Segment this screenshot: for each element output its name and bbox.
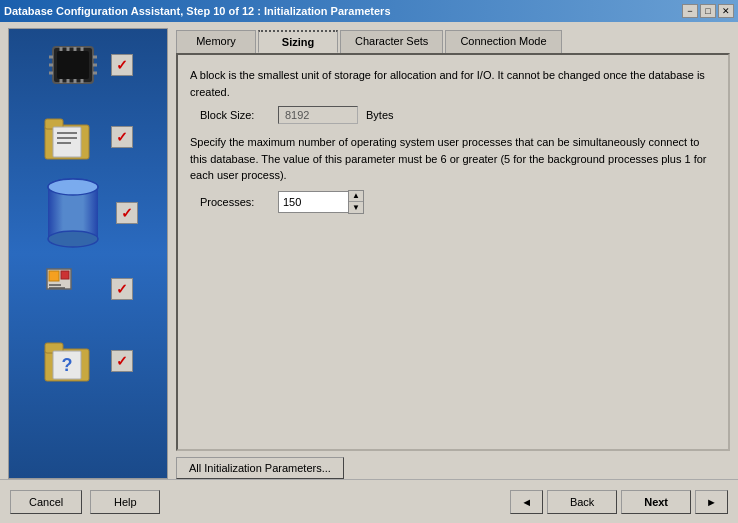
processes-label: Processes: (200, 196, 270, 208)
footer-left: Cancel Help (10, 490, 160, 514)
panels-row: ✓ ✓ (0, 22, 738, 479)
check-badge-1: ✓ (111, 54, 133, 76)
maximize-button[interactable]: □ (700, 4, 716, 18)
left-item-folder-docs: ✓ (19, 111, 157, 163)
svg-rect-28 (61, 271, 69, 279)
check-badge-5: ✓ (111, 350, 133, 372)
folder-question-icon: ? (43, 335, 103, 387)
minimize-button[interactable]: − (682, 4, 698, 18)
footer-right: ◄ Back Next ► (510, 490, 728, 514)
folder-docs-icon (43, 111, 103, 163)
processes-row: Processes: ▲ ▼ (190, 190, 716, 214)
left-item-database: ✓ (19, 173, 157, 253)
shapes-icon (43, 263, 103, 315)
tabs-container: Memory Sizing Character Sets Connection … (176, 28, 730, 53)
window-controls: − □ ✕ (682, 4, 734, 18)
back-button[interactable]: Back (547, 490, 617, 514)
svg-point-24 (48, 231, 98, 247)
database-icon (38, 173, 108, 253)
block-size-unit: Bytes (366, 109, 394, 121)
left-item-chip: ✓ (19, 39, 157, 91)
check-badge-2: ✓ (111, 126, 133, 148)
title-bar: Database Configuration Assistant, Step 1… (0, 0, 738, 22)
next-button[interactable]: Next (621, 490, 691, 514)
block-size-input[interactable] (278, 106, 358, 124)
tab-sizing[interactable]: Sizing (258, 30, 338, 53)
block-size-description: A block is the smallest unit of storage … (190, 67, 716, 100)
spinner-up-button[interactable]: ▲ (349, 191, 363, 202)
footer: Cancel Help ◄ Back Next ► (0, 479, 738, 523)
back-arrow-button[interactable]: ◄ (510, 490, 543, 514)
check-badge-4: ✓ (111, 278, 133, 300)
spinner-buttons: ▲ ▼ (348, 190, 364, 214)
right-col: Memory Sizing Character Sets Connection … (176, 28, 730, 479)
block-size-row: Block Size: Bytes (190, 106, 716, 124)
svg-text:?: ? (62, 355, 73, 375)
block-size-section: A block is the smallest unit of storage … (190, 67, 716, 124)
next-arrow-button[interactable]: ► (695, 490, 728, 514)
chip-icon (43, 39, 103, 91)
left-panel: ✓ ✓ (8, 28, 168, 479)
app-window: Database Configuration Assistant, Step 1… (0, 0, 738, 523)
svg-point-25 (48, 179, 98, 195)
processes-spinner: ▲ ▼ (278, 190, 364, 214)
svg-rect-18 (53, 127, 81, 157)
left-item-shapes: ✓ (19, 263, 157, 315)
close-button[interactable]: ✕ (718, 4, 734, 18)
svg-rect-1 (57, 51, 89, 79)
spinner-down-button[interactable]: ▼ (349, 202, 363, 213)
main-content: A block is the smallest unit of storage … (176, 53, 730, 451)
processes-description: Specify the maximum number of operating … (190, 134, 716, 184)
processes-section: Specify the maximum number of operating … (190, 134, 716, 214)
tab-memory[interactable]: Memory (176, 30, 256, 53)
tab-charsets[interactable]: Character Sets (340, 30, 443, 53)
help-button[interactable]: Help (90, 490, 160, 514)
title-text: Database Configuration Assistant, Step 1… (4, 5, 391, 17)
cancel-button[interactable]: Cancel (10, 490, 82, 514)
processes-input[interactable] (278, 191, 348, 213)
block-size-label: Block Size: (200, 109, 270, 121)
bottom-row: All Initialization Parameters... (176, 451, 730, 479)
svg-rect-27 (49, 271, 59, 281)
all-params-button[interactable]: All Initialization Parameters... (176, 457, 344, 479)
left-item-folder-question: ? ✓ (19, 335, 157, 387)
check-badge-3: ✓ (116, 202, 138, 224)
tab-connection-mode[interactable]: Connection Mode (445, 30, 561, 53)
